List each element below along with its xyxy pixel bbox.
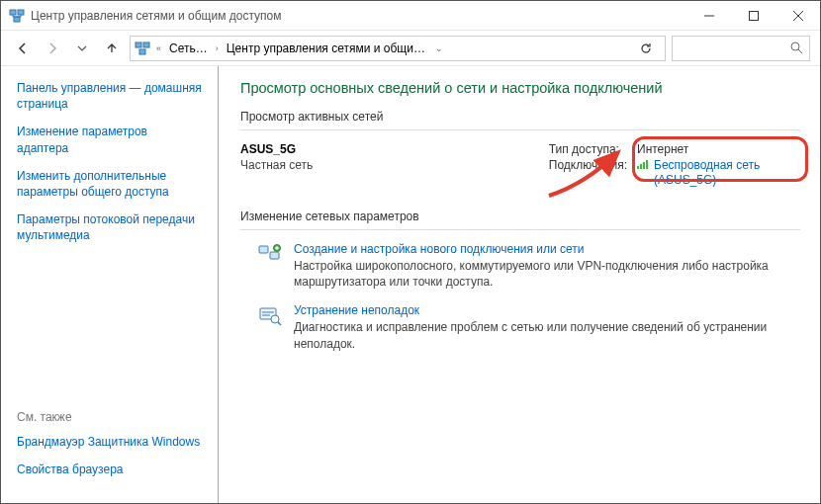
sidebar-link-adapter-settings[interactable]: Изменение параметров адаптера xyxy=(17,124,202,155)
svg-point-16 xyxy=(271,315,279,323)
window-controls xyxy=(686,1,820,30)
svg-rect-13 xyxy=(270,252,279,259)
svg-rect-11 xyxy=(646,160,648,169)
wifi-signal-icon xyxy=(637,158,650,170)
task-desc: Диагностика и исправление проблем с сеть… xyxy=(294,319,800,351)
breadcrumb-segment[interactable]: Сеть… xyxy=(167,42,210,55)
sidebar-link-internet-options[interactable]: Свойства браузера xyxy=(17,462,202,477)
nav-up-button[interactable] xyxy=(100,37,124,60)
sidebar-link-media-streaming[interactable]: Параметры потоковой передачи мультимедиа xyxy=(17,211,202,243)
sidebar-link-home[interactable]: Панель управления — домашняя страница xyxy=(17,80,202,112)
connections-label: Подключения: xyxy=(549,158,627,188)
content-pane: Просмотр основных сведений о сети и наст… xyxy=(219,66,820,503)
titlebar: Центр управления сетями и общим доступом xyxy=(1,1,820,31)
svg-rect-2 xyxy=(14,17,20,22)
svg-rect-3 xyxy=(749,11,758,20)
svg-point-7 xyxy=(791,42,799,50)
svg-rect-10 xyxy=(643,162,645,169)
connection-link-text: Беспроводная сеть (ASUS_5G) xyxy=(654,158,800,188)
svg-rect-6 xyxy=(139,49,145,54)
toolbar: « Сеть… › Центр управления сетями и общи… xyxy=(1,31,820,66)
close-button[interactable] xyxy=(775,1,820,30)
sidebar: Панель управления — домашняя страница Из… xyxy=(1,66,219,503)
troubleshoot-icon xyxy=(258,303,282,327)
window-title: Центр управления сетями и общим доступом xyxy=(31,9,686,23)
access-type-value: Интернет xyxy=(637,142,800,156)
nav-forward-button[interactable] xyxy=(41,37,64,60)
divider xyxy=(240,129,800,130)
new-connection-icon xyxy=(258,242,282,266)
svg-rect-12 xyxy=(259,246,268,253)
svg-rect-8 xyxy=(637,166,639,169)
change-settings-label: Изменение сетевых параметров xyxy=(240,210,800,223)
divider xyxy=(240,229,800,230)
see-also-label: См. также xyxy=(17,410,202,424)
network-center-icon xyxy=(9,8,25,24)
main-area: Панель управления — домашняя страница Из… xyxy=(1,66,820,503)
task-item-troubleshoot: Устранение неполадок Диагностика и испра… xyxy=(258,303,800,351)
page-title: Просмотр основных сведений о сети и наст… xyxy=(240,80,800,96)
task-link-new-connection[interactable]: Создание и настройка нового подключения … xyxy=(294,242,585,256)
active-networks-label: Просмотр активных сетей xyxy=(240,110,800,124)
connection-link[interactable]: Беспроводная сеть (ASUS_5G) xyxy=(637,158,800,188)
address-bar[interactable]: « Сеть… › Центр управления сетями и общи… xyxy=(130,36,666,61)
task-link-troubleshoot[interactable]: Устранение неполадок xyxy=(294,303,419,317)
access-type-label: Тип доступа: xyxy=(549,142,627,156)
svg-rect-9 xyxy=(640,164,642,169)
nav-back-button[interactable] xyxy=(11,37,35,60)
maximize-button[interactable] xyxy=(731,1,775,30)
task-desc: Настройка широкополосного, коммутируемог… xyxy=(294,258,800,290)
chevron-left-icon: « xyxy=(154,43,163,53)
svg-rect-0 xyxy=(10,10,16,15)
chevron-right-icon: › xyxy=(214,43,221,53)
sidebar-link-advanced-sharing[interactable]: Изменить дополнительные параметры общего… xyxy=(17,168,202,200)
search-input[interactable] xyxy=(672,36,810,61)
active-network-row: ASUS_5G Частная сеть Тип доступа: Интерн… xyxy=(240,142,800,188)
task-item-new-connection: Создание и настройка нового подключения … xyxy=(258,242,800,290)
sidebar-link-firewall[interactable]: Брандмауэр Защитника Windows xyxy=(17,434,202,450)
network-center-icon xyxy=(135,41,150,56)
nav-recent-dropdown[interactable] xyxy=(70,37,94,60)
network-name: ASUS_5G xyxy=(240,142,458,156)
search-icon xyxy=(790,42,803,54)
svg-rect-1 xyxy=(18,10,24,15)
chevron-down-icon[interactable]: ⌄ xyxy=(433,43,445,53)
svg-rect-5 xyxy=(143,42,149,47)
refresh-button[interactable] xyxy=(631,42,661,55)
svg-rect-4 xyxy=(136,42,141,47)
breadcrumb-segment[interactable]: Центр управления сетями и общи… xyxy=(225,42,427,55)
minimize-button[interactable] xyxy=(686,1,731,30)
network-profile: Частная сеть xyxy=(240,158,458,172)
